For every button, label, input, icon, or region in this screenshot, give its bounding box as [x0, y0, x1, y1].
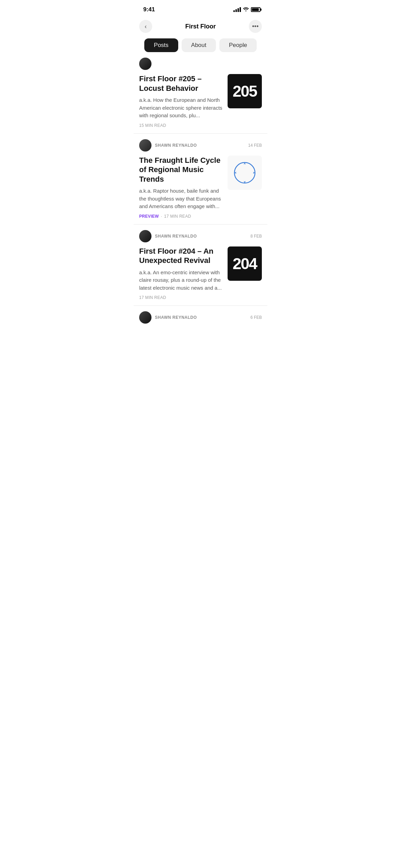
post-excerpt-205: a.k.a. How the European and North Americ…: [139, 96, 223, 120]
post-text-lifecycle: The Fraught Life Cycle of Regional Music…: [139, 156, 223, 219]
post-text-205: First Floor #205 – Locust Behavior a.k.a…: [139, 74, 223, 128]
signal-icon: [233, 7, 241, 12]
post-card-lifecycle: SHAWN REYNALDO 14 FEB The Fraught Life C…: [134, 134, 267, 225]
post-card-204: SHAWN REYNALDO 8 FEB First Floor #204 – …: [134, 225, 267, 306]
post-thumbnail-204[interactable]: 204: [228, 246, 262, 281]
wifi-icon: [243, 7, 249, 12]
post-thumbnail-205[interactable]: 205: [228, 74, 262, 108]
dot-sep: ·: [161, 214, 162, 219]
status-bar: 9:41: [134, 0, 267, 17]
post-text-204: First Floor #204 – An Unexpected Revival…: [139, 246, 223, 300]
post-excerpt-lifecycle: a.k.a. Raptor house, baile funk and the …: [139, 187, 223, 210]
svg-text:🐸: 🐸: [251, 170, 257, 177]
post-excerpt-204: a.k.a. An emo-centric interview with cla…: [139, 269, 223, 292]
svg-point-0: [234, 162, 255, 183]
avatar-image: [139, 58, 151, 70]
status-time: 9:41: [143, 6, 155, 13]
more-button[interactable]: •••: [249, 20, 262, 33]
post-thumbnail-lifecycle[interactable]: 🌸 🐸 🦎 🐟: [228, 156, 262, 190]
tab-about[interactable]: About: [182, 38, 216, 52]
post-title-205[interactable]: First Floor #205 – Locust Behavior: [139, 74, 223, 93]
avatar-partial: [139, 311, 151, 324]
tabs-bar: Posts About People: [134, 38, 267, 58]
post-title-204[interactable]: First Floor #204 – An Unexpected Revival: [139, 246, 223, 265]
post-card-partial: SHAWN REYNALDO 6 FEB: [134, 306, 267, 324]
avatar-image-partial: [139, 311, 151, 324]
tab-posts[interactable]: Posts: [144, 38, 178, 52]
status-icons: [233, 7, 260, 12]
post-card-205: First Floor #205 – Locust Behavior a.k.a…: [134, 74, 267, 134]
author-partial: SHAWN REYNALDO: [155, 315, 197, 320]
date-lifecycle: 14 FEB: [248, 143, 262, 148]
read-time-lifecycle: 17 MIN READ: [164, 214, 191, 219]
author-lifecycle: SHAWN REYNALDO: [155, 143, 197, 148]
avatar: [139, 58, 151, 70]
avatar-204: [139, 230, 151, 242]
tab-people[interactable]: People: [219, 38, 257, 52]
avatar-image-lifecycle: [139, 139, 151, 152]
date-partial: 6 FEB: [251, 315, 262, 320]
avatar-image-204: [139, 230, 151, 242]
battery-icon: [251, 7, 260, 12]
date-204: 8 FEB: [251, 234, 262, 239]
post-meta-204: SHAWN REYNALDO 8 FEB: [139, 230, 262, 242]
page-title: First Floor: [185, 23, 216, 30]
back-button[interactable]: ‹: [139, 20, 152, 33]
post-title-lifecycle[interactable]: The Fraught Life Cycle of Regional Music…: [139, 156, 223, 184]
preview-link-lifecycle[interactable]: PREVIEW: [139, 214, 159, 219]
read-time-205: 15 MIN READ: [139, 123, 166, 128]
author-204: SHAWN REYNALDO: [155, 234, 197, 239]
more-icon: •••: [252, 23, 259, 30]
partial-avatar-row: [134, 58, 267, 74]
read-time-204: 17 MIN READ: [139, 295, 166, 300]
post-meta-lifecycle: SHAWN REYNALDO 14 FEB: [139, 139, 262, 152]
svg-text:🌸: 🌸: [239, 162, 246, 169]
back-icon: ‹: [145, 23, 147, 30]
avatar-lifecycle: [139, 139, 151, 152]
post-meta-partial: SHAWN REYNALDO 6 FEB: [139, 311, 262, 324]
header: ‹ First Floor •••: [134, 17, 267, 38]
